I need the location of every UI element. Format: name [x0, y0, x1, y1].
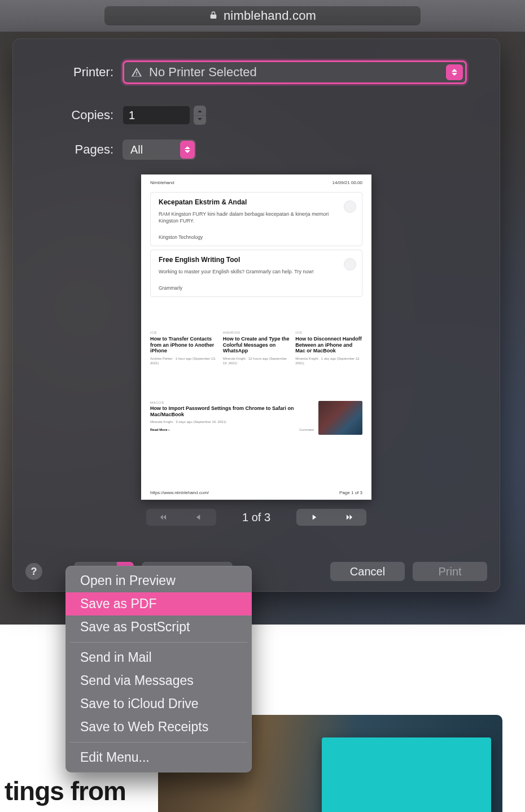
preview-mini-card: IOS How to Disconnect Handoff Between an…	[295, 331, 362, 365]
circle-icon	[344, 258, 356, 270]
url-field[interactable]: nimblehand.com	[104, 6, 421, 25]
browser-address-bar: nimblehand.com	[0, 0, 525, 32]
preview-card-brand: Grammarly	[159, 285, 338, 291]
menu-item-save-as-pdf[interactable]: Save as PDF	[65, 592, 252, 615]
lock-icon	[209, 8, 218, 23]
copies-label: Copies:	[27, 108, 123, 123]
pages-label: Pages:	[27, 142, 123, 157]
preview-card-brand: Kingston Technology	[159, 234, 338, 240]
preview-card-body: RAM Kingston FURY kini hadir dalam berba…	[159, 211, 338, 224]
menu-item-edit-menu[interactable]: Edit Menu...	[65, 746, 252, 769]
menu-separator	[70, 642, 247, 643]
preview-mini-card: ANDROID How to Create and Type the Color…	[223, 331, 290, 365]
printer-value: No Printer Selected	[149, 65, 257, 80]
pages-popup[interactable]: All	[123, 139, 196, 160]
menu-item-save-to-icloud[interactable]: Save to iCloud Drive	[65, 692, 252, 715]
step-up-icon	[194, 106, 206, 115]
next-page-button[interactable]	[296, 509, 331, 526]
step-down-icon	[194, 115, 206, 125]
preview-header-left: Nimblehand	[150, 180, 174, 185]
menu-separator	[70, 742, 247, 743]
copies-input[interactable]	[123, 106, 190, 125]
updown-icon	[446, 64, 463, 80]
preview-card-title: Free English Writing Tool	[159, 256, 338, 264]
cancel-button[interactable]: Cancel	[330, 562, 405, 581]
preview-wide-card: MACOS How to Import Password Settings fr…	[150, 397, 362, 435]
print-dialog: Printer: No Printer Selected Copies:	[12, 38, 500, 592]
menu-item-save-to-web-receipts[interactable]: Save to Web Receipts	[65, 715, 252, 739]
pdf-dropdown-menu: Open in Preview Save as PDF Save as Post…	[65, 566, 252, 772]
copies-step-buttons[interactable]	[194, 106, 206, 125]
menu-item-save-as-postscript[interactable]: Save as PostScript	[65, 615, 252, 639]
print-button[interactable]: Print	[413, 562, 487, 581]
preview-card-body: Working to master your English skills? G…	[159, 268, 338, 275]
prev-page-button[interactable]	[181, 509, 216, 526]
help-button[interactable]: ?	[25, 563, 42, 580]
preview-card-title: Kecepatan Ekstrim & Andal	[159, 198, 338, 206]
menu-item-open-preview[interactable]: Open in Preview	[65, 569, 252, 592]
url-text: nimblehand.com	[224, 8, 316, 23]
preview-pager: 1 of 3	[13, 509, 500, 526]
printer-label: Printer:	[27, 65, 123, 80]
background-headline: tings from	[0, 776, 126, 806]
copies-stepper	[123, 106, 206, 125]
preview-wide-thumb	[318, 401, 362, 435]
preview-footer-left: https://www.nimblehand.com/	[150, 490, 209, 495]
preview-card: Kecepatan Ekstrim & Andal RAM Kingston F…	[150, 192, 362, 246]
menu-item-send-in-mail[interactable]: Send in Mail	[65, 646, 252, 669]
preview-footer-right: Page 1 of 3	[339, 490, 362, 495]
print-preview: Nimblehand 14/09/21 00.00 Kecepatan Ekst…	[13, 174, 500, 500]
page-counter: 1 of 3	[242, 511, 270, 524]
first-page-button[interactable]	[146, 509, 181, 526]
circle-icon	[344, 200, 356, 213]
pages-value: All	[130, 143, 143, 156]
last-page-button[interactable]	[331, 509, 366, 526]
preview-header-right: 14/09/21 00.00	[333, 180, 362, 185]
printer-popup[interactable]: No Printer Selected	[123, 60, 467, 84]
preview-page: Nimblehand 14/09/21 00.00 Kecepatan Ekst…	[141, 174, 371, 500]
preview-mini-card: IOS How to Transfer Contacts from an iPh…	[150, 331, 217, 365]
updown-icon	[180, 141, 195, 159]
preview-card: Free English Writing Tool Working to mas…	[150, 250, 362, 297]
menu-item-send-via-messages[interactable]: Send via Messages	[65, 669, 252, 692]
warning-icon	[131, 67, 142, 78]
